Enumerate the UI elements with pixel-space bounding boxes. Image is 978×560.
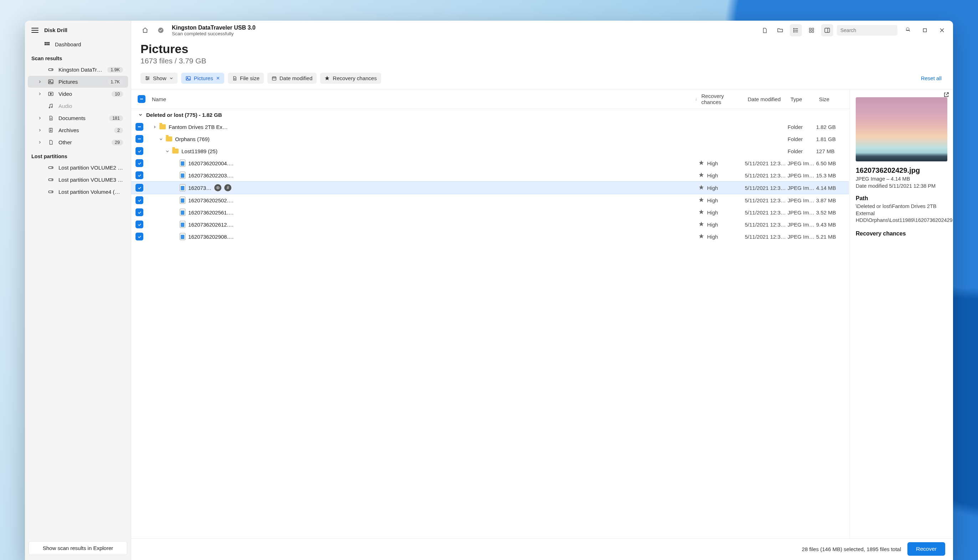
chevron-icon[interactable]	[152, 124, 157, 130]
row-size: 5.21 MB	[816, 234, 843, 240]
folder-row[interactable]: Lost11989 (25)Folder127 MB	[131, 145, 849, 157]
sidebar-item[interactable]: Video10	[28, 88, 128, 100]
search-box[interactable]	[837, 25, 898, 36]
maximize-button[interactable]	[918, 24, 932, 36]
sidebar-item[interactable]: Pictures1.7K	[28, 76, 128, 88]
star-icon	[699, 197, 704, 204]
app-window: Disk Drill Dashboard Scan results Kingst…	[25, 21, 953, 560]
filter-recovery-chances[interactable]: Recovery chances	[320, 73, 381, 84]
sidebar-item[interactable]: Audio	[28, 100, 128, 112]
chevron-icon[interactable]	[166, 148, 169, 154]
star-icon	[699, 221, 704, 228]
filter-file-size[interactable]: File size	[228, 73, 264, 84]
show-in-explorer-button[interactable]: Show scan results in Explorer	[28, 541, 127, 555]
file-row[interactable]: 1620736202004.…High5/11/2021 12:38…JPEG …	[131, 157, 849, 169]
chevron-right-icon	[38, 127, 43, 133]
svg-rect-5	[48, 44, 50, 45]
sidebar-item[interactable]: Archives2	[28, 124, 128, 136]
row-checkbox[interactable]	[135, 135, 143, 143]
preview-eye-icon[interactable]	[214, 184, 221, 191]
row-checkbox[interactable]	[135, 233, 143, 240]
row-name: 1620736202004.…	[188, 160, 234, 167]
file-row[interactable]: 1620736202612.…High5/11/2021 12:37…JPEG …	[131, 218, 849, 230]
search-input[interactable]	[840, 27, 903, 33]
file-row[interactable]: 1620736202502.…High5/11/2021 12:38…JPEG …	[131, 194, 849, 206]
sidebar-item[interactable]: Lost partition Volume4 (NTFS)	[28, 186, 128, 198]
image-file-icon	[180, 172, 186, 179]
row-checkbox[interactable]	[135, 196, 143, 204]
minimize-button[interactable]	[901, 24, 914, 36]
selection-status: 28 files (146 MB) selected, 1895 files t…	[802, 546, 901, 552]
section-header[interactable]: Deleted or lost (775) - 1.82 GB	[131, 109, 849, 121]
sidebar-item-label: Audio	[59, 103, 123, 109]
folder-row[interactable]: Orphans (769)Folder1.81 GB	[131, 133, 849, 145]
hex-icon[interactable]: #	[224, 184, 231, 191]
column-header-date[interactable]: Date modified	[746, 96, 788, 102]
preview-path-label: Path	[856, 195, 947, 202]
row-checkbox[interactable]	[135, 123, 143, 131]
svg-rect-50	[186, 76, 191, 80]
sidebar-scroll: Dashboard Scan results Kingston DataTrav…	[25, 36, 131, 538]
file-row[interactable]: 162073…#High5/11/2021 12:38…JPEG Im…4.14…	[131, 181, 849, 194]
column-header-name[interactable]: Name ↓	[150, 96, 699, 102]
file-row[interactable]: 1620736202561.…High5/11/2021 12:38…JPEG …	[131, 206, 849, 218]
table-header: Name ↓ Recovery chances Date modified Ty…	[131, 89, 850, 109]
sidebar-item[interactable]: Lost partition VOLUME2 (FAT…	[28, 162, 128, 173]
filter-date-modified[interactable]: Date modified	[267, 73, 317, 84]
column-header-size[interactable]: Size	[817, 96, 844, 102]
sidebar-item-label: Video	[59, 91, 107, 97]
folder-row[interactable]: Fantom Drives 2TB Ex…Folder1.82 GB	[131, 121, 849, 133]
svg-rect-1	[46, 42, 48, 43]
row-checkbox[interactable]	[135, 147, 143, 155]
recover-button[interactable]: Recover	[908, 542, 945, 556]
svg-point-20	[52, 167, 52, 168]
sidebar-item-badge: 1.9K	[107, 67, 123, 73]
sidebar-item[interactable]: Kingston DataTraveler U…1.9K	[28, 64, 128, 75]
image-file-icon	[180, 160, 186, 167]
file-row[interactable]: 1620736202908.…High5/11/2021 12:37…JPEG …	[131, 230, 849, 243]
row-size: 15.3 MB	[816, 172, 843, 178]
chevron-right-icon	[38, 139, 43, 145]
grid-view-icon[interactable]	[806, 24, 818, 36]
folder-view-icon[interactable]	[774, 24, 786, 36]
close-button[interactable]	[935, 24, 949, 36]
sidebar-item-dashboard[interactable]: Dashboard	[28, 38, 128, 50]
chevron-right-icon	[38, 79, 43, 85]
sidebar-item[interactable]: Documents181	[28, 112, 128, 124]
drive-icon	[47, 189, 54, 195]
clear-filter-icon[interactable]: ✕	[216, 75, 220, 81]
row-type: JPEG Im…	[787, 185, 816, 191]
row-recovery: High	[707, 210, 718, 215]
row-checkbox[interactable]	[135, 172, 143, 179]
column-header-recovery[interactable]: Recovery chances	[699, 93, 746, 105]
svg-point-30	[794, 32, 794, 32]
chevron-icon[interactable]	[159, 136, 163, 142]
row-checkbox[interactable]	[135, 184, 143, 192]
row-checkbox[interactable]	[135, 159, 143, 167]
row-size: 1.81 GB	[816, 136, 843, 142]
panel-toggle-icon[interactable]	[821, 24, 833, 36]
row-type: JPEG Im…	[787, 222, 816, 228]
select-all-checkbox[interactable]	[138, 95, 145, 103]
list-view-icon[interactable]	[790, 24, 802, 36]
row-recovery: High	[707, 222, 718, 228]
hamburger-icon[interactable]	[32, 28, 38, 33]
file-row[interactable]: 1620736202203.…High5/11/2021 12:38…JPEG …	[131, 169, 849, 181]
sidebar-item-badge: 2	[114, 128, 123, 133]
row-checkbox[interactable]	[135, 208, 143, 216]
document-view-icon[interactable]	[758, 24, 771, 36]
svg-marker-67	[699, 210, 704, 214]
filter-label: Show	[153, 75, 167, 81]
sidebar-item[interactable]: Other29	[28, 137, 128, 148]
filter-pictures[interactable]: Pictures ✕	[181, 73, 224, 84]
sidebar-item[interactable]: Lost partition VOLUME3 (FAT…	[28, 174, 128, 186]
table-body[interactable]: Deleted or lost (775) - 1.82 GB Fantom D…	[131, 109, 850, 538]
file-icon	[232, 76, 237, 81]
svg-marker-65	[699, 185, 704, 190]
column-header-type[interactable]: Type	[788, 96, 817, 102]
svg-rect-2	[48, 42, 50, 43]
reset-filters-button[interactable]: Reset all	[919, 72, 944, 84]
home-icon[interactable]	[139, 24, 151, 36]
filter-show[interactable]: Show	[140, 73, 177, 84]
row-checkbox[interactable]	[135, 220, 143, 228]
